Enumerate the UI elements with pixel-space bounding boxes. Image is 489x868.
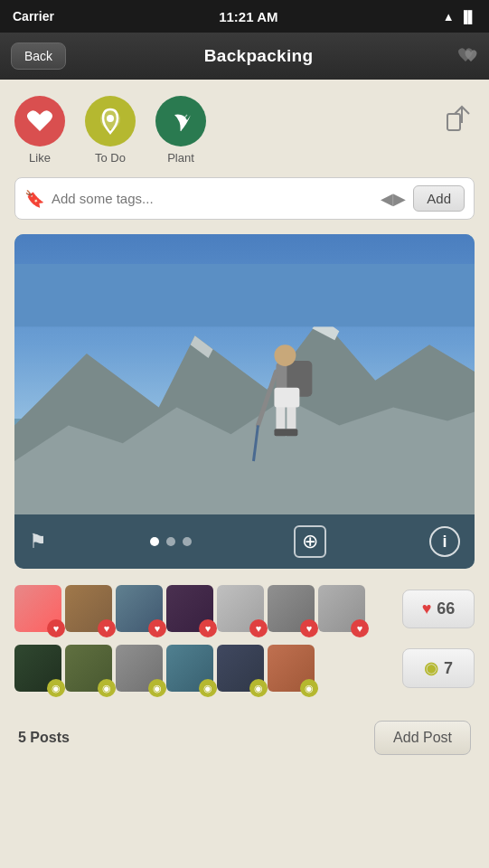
todo-thumb-5[interactable]: ◉ — [217, 645, 264, 692]
share-button[interactable] — [446, 105, 475, 140]
todo-thumb-6[interactable]: ◉ — [268, 645, 315, 692]
share-nav-button[interactable] — [451, 45, 478, 67]
footer-row: 5 Posts Add Post — [14, 708, 475, 769]
battery-icon: ▐▌ — [460, 10, 476, 24]
svg-rect-16 — [274, 429, 287, 436]
camera-add-button[interactable]: ⊕ — [294, 525, 326, 558]
status-icons: ▲ ▐▌ — [443, 10, 476, 24]
time-label: 11:21 AM — [219, 9, 277, 24]
carrier-label: Carrier — [13, 9, 54, 24]
todo-row: ◉ ◉ ◉ ◉ ◉ — [14, 645, 475, 692]
like-thumb-5[interactable]: ♥ — [217, 585, 264, 632]
like-thumb-6[interactable]: ♥ — [268, 585, 315, 632]
todo-pin-badge-6: ◉ — [300, 679, 318, 697]
like-heart-badge-3: ♥ — [148, 619, 166, 637]
main-content: Like To Do — [0, 80, 489, 868]
todo-circle — [85, 96, 136, 146]
dot-1 — [150, 537, 159, 546]
todo-thumb-1[interactable]: ◉ — [14, 645, 61, 692]
todo-label: To Do — [95, 151, 126, 165]
plant-button[interactable]: Plant — [155, 96, 206, 165]
svg-rect-8 — [14, 264, 475, 326]
todo-pin-icon: ◉ — [424, 658, 438, 678]
todo-count-box[interactable]: ◉ 7 — [402, 648, 475, 688]
share-icon — [446, 105, 475, 134]
like-label: Like — [29, 151, 51, 165]
add-tag-button[interactable]: Add — [413, 185, 465, 212]
like-thumb-3[interactable]: ♥ — [116, 585, 163, 632]
todo-pin-badge-2: ◉ — [98, 679, 116, 697]
back-button[interactable]: Back — [11, 42, 66, 70]
svg-point-11 — [274, 344, 296, 366]
like-thumb-2[interactable]: ♥ — [65, 585, 112, 632]
dot-2 — [166, 537, 175, 546]
svg-rect-2 — [447, 114, 460, 130]
posts-count: 5 Posts — [18, 730, 70, 746]
likes-thumbnails: ♥ ♥ ♥ ♥ ♥ — [14, 585, 365, 632]
svg-rect-17 — [285, 429, 297, 436]
page-dots — [150, 537, 192, 546]
likes-count: 66 — [437, 599, 455, 618]
todo-pin-badge-5: ◉ — [249, 679, 268, 697]
todo-pin-icon — [98, 108, 123, 135]
todo-thumb-3[interactable]: ◉ — [116, 645, 163, 692]
hearts-icon — [451, 45, 478, 67]
action-buttons: Like To Do — [14, 96, 206, 165]
plant-leaf-icon — [167, 108, 194, 135]
navigation-bar: Back Backpacking — [0, 33, 489, 80]
tag-input[interactable] — [52, 191, 373, 206]
like-button[interactable]: Like — [14, 96, 65, 165]
status-bar: Carrier 11:21 AM ▲ ▐▌ — [0, 0, 489, 33]
like-heart-badge-7: ♥ — [351, 619, 369, 637]
like-heart-badge-4: ♥ — [199, 619, 217, 637]
svg-rect-18 — [274, 387, 299, 407]
likes-heart-icon: ♥ — [422, 599, 432, 618]
like-thumb-4[interactable]: ♥ — [166, 585, 213, 632]
plant-label: Plant — [167, 151, 194, 165]
like-heart-badge-5: ♥ — [249, 619, 268, 637]
svg-point-1 — [107, 115, 114, 122]
like-thumb-1[interactable]: ♥ — [14, 585, 61, 632]
bookmark-icon: 🔖 — [24, 189, 44, 209]
todo-count: 7 — [444, 659, 453, 678]
todo-thumbnails: ◉ ◉ ◉ ◉ ◉ — [14, 645, 315, 692]
main-image: ⚑ ⊕ i — [14, 234, 475, 569]
plant-circle — [155, 96, 206, 146]
likes-count-box[interactable]: ♥ 66 — [402, 590, 475, 628]
like-thumb-7[interactable]: ♥ — [318, 585, 365, 632]
todo-button[interactable]: To Do — [85, 96, 136, 165]
todo-thumb-2[interactable]: ◉ — [65, 645, 112, 692]
info-button[interactable]: i — [429, 526, 460, 557]
like-heart-badge-1: ♥ — [47, 619, 65, 637]
image-overlay-bar: ⚑ ⊕ i — [14, 514, 475, 569]
page-title: Backpacking — [204, 46, 314, 66]
like-heart-badge-2: ♥ — [98, 619, 116, 637]
likes-row: ♥ ♥ ♥ ♥ ♥ — [14, 585, 475, 632]
tag-input-row: 🔖 ◀▶ Add — [14, 177, 475, 220]
action-row: Like To Do — [14, 96, 475, 165]
add-post-button[interactable]: Add Post — [374, 721, 471, 755]
mountain-scene — [14, 264, 475, 515]
tag-navigation-arrows[interactable]: ◀▶ — [381, 189, 406, 209]
todo-pin-badge-4: ◉ — [199, 679, 217, 697]
like-circle — [14, 96, 65, 146]
like-heart-icon — [26, 109, 53, 133]
dot-3 — [183, 537, 192, 546]
like-heart-badge-6: ♥ — [300, 619, 318, 637]
todo-thumb-4[interactable]: ◉ — [166, 645, 213, 692]
todo-pin-badge-3: ◉ — [148, 679, 166, 697]
todo-pin-badge-1: ◉ — [47, 679, 65, 697]
flag-button[interactable]: ⚑ — [29, 530, 47, 553]
signal-icon: ▲ — [443, 10, 455, 24]
